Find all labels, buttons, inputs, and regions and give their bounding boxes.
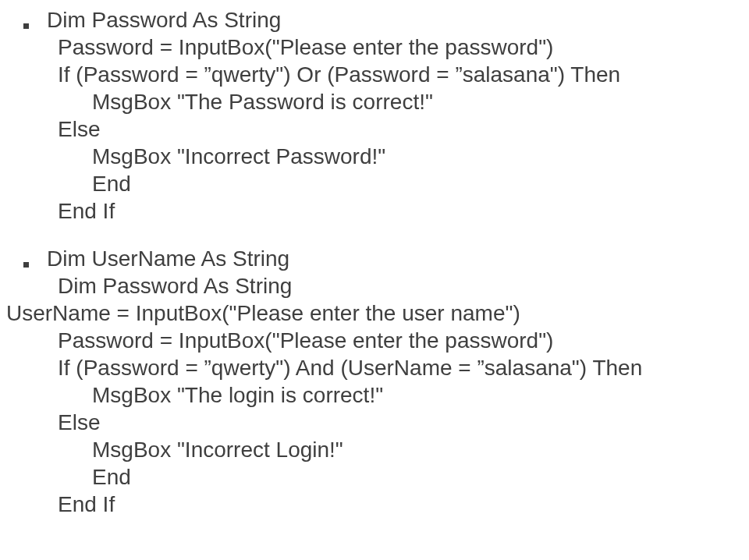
code-block-2: Dim UserName As String Dim Password As S… (6, 245, 743, 518)
code-line: Password = InputBox("Please enter the pa… (6, 327, 743, 354)
code-line: MsgBox "Incorrect Password!" (6, 143, 743, 170)
code-line: MsgBox "The login is correct!" (6, 381, 743, 409)
code-line: End (6, 463, 743, 491)
code-line: If (Password = ”qwerty") And (UserName =… (6, 354, 743, 381)
code-document: Dim Password As String Password = InputB… (0, 0, 749, 544)
code-line: Password = InputBox("Please enter the pa… (6, 34, 743, 61)
code-line: MsgBox "Incorrect Login!" (6, 436, 743, 463)
bullet-line: Dim Password As String (6, 6, 743, 34)
code-line: Dim Password As String (47, 6, 281, 34)
code-line: End (6, 170, 743, 197)
code-block-1: Dim Password As String Password = InputB… (6, 6, 743, 225)
code-line: Else (6, 115, 743, 143)
code-line: Else (6, 409, 743, 436)
code-line: End If (6, 491, 743, 518)
code-line: Dim Password As String (6, 272, 743, 299)
code-line: If (Password = ”qwerty") Or (Password = … (6, 61, 743, 88)
bullet-icon (6, 245, 47, 272)
code-line: End If (6, 197, 743, 225)
code-line: MsgBox "The Password is correct!" (6, 88, 743, 115)
bullet-line: Dim UserName As String (6, 245, 743, 272)
code-line: Dim UserName As String (47, 245, 289, 272)
code-line: UserName = InputBox("Please enter the us… (6, 299, 743, 327)
bullet-icon (6, 6, 47, 34)
